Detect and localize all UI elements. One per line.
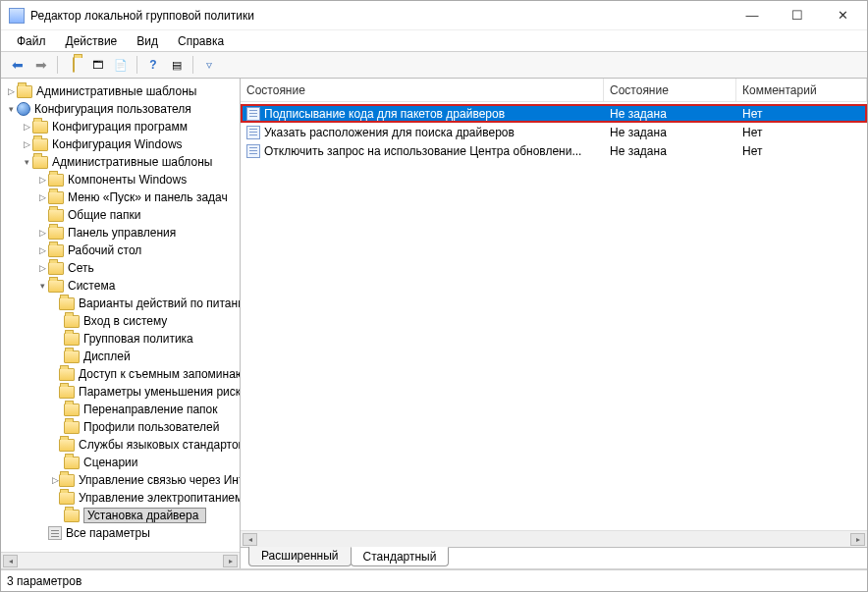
settings-icon <box>48 526 62 540</box>
tree-item-win-components[interactable]: ▷Компоненты Windows <box>34 171 240 188</box>
caret-icon[interactable]: ▷ <box>52 475 59 485</box>
tree-item-shared-folders[interactable]: ▷Общие папки <box>34 206 240 224</box>
window: Редактор локальной групповой политики — … <box>0 0 868 592</box>
menu-action[interactable]: Действие <box>56 32 128 50</box>
tree-item-windows-config[interactable]: ▷Конфигурация Windows <box>19 135 240 153</box>
tree-item-power-mgmt[interactable]: ▷Управление электропитанием <box>50 489 240 507</box>
menu-file[interactable]: Файл <box>7 32 56 50</box>
menu-help[interactable]: Справка <box>168 32 234 50</box>
caret-icon[interactable]: ▷ <box>36 245 48 255</box>
caret-icon[interactable]: ▷ <box>36 192 48 202</box>
globe-icon <box>17 102 30 116</box>
tree-item-logon[interactable]: ▷Вход в систему <box>50 312 240 330</box>
tree-item-admin-templates[interactable]: ▷Административные шаблоны <box>3 82 240 100</box>
up-button[interactable] <box>63 55 84 75</box>
caret-icon[interactable]: ▷ <box>36 228 48 238</box>
caret-icon[interactable]: ▾ <box>5 104 17 114</box>
tab-extended[interactable]: Расширенный <box>248 547 352 566</box>
tree-item-control-panel[interactable]: ▷Панель управления <box>34 224 240 242</box>
forward-button[interactable]: ➡ <box>30 55 52 75</box>
tree-item-all-settings[interactable]: ▷Все параметры <box>34 524 240 542</box>
row-name: Указать расположения для поиска драйверо… <box>264 126 515 139</box>
list-body: Подписывание кода для пакетов драйверов … <box>241 102 867 160</box>
scroll-left-button[interactable]: ◂ <box>243 533 257 546</box>
caret-icon[interactable]: ▷ <box>36 263 48 273</box>
caret-icon[interactable]: ▷ <box>5 86 17 96</box>
tree-item-removable[interactable]: ▷Доступ к съемным запоминающим устройств… <box>50 365 240 383</box>
toolbar-separator <box>192 56 193 74</box>
column-header-comment[interactable]: Комментарий <box>736 79 867 101</box>
help-button[interactable]: ? <box>142 55 164 75</box>
row-state: Не задана <box>604 107 736 121</box>
tree-horizontal-scrollbar[interactable]: ◂ ▸ <box>1 552 240 568</box>
arrow-right-icon: ➡ <box>35 57 47 73</box>
list-header: Состояние Состояние Комментарий <box>241 79 867 102</box>
list-row[interactable]: Отключить запрос на использование Центра… <box>241 141 867 160</box>
back-button[interactable]: ⬅ <box>7 55 28 75</box>
folder-icon <box>64 404 80 416</box>
tree-item-user-profiles[interactable]: ▷Профили пользователей <box>50 418 240 436</box>
caret-icon[interactable]: ▷ <box>21 139 32 149</box>
filter-button[interactable]: ▿ <box>198 55 220 75</box>
row-name: Отключить запрос на использование Центра… <box>264 144 581 158</box>
maximize-button[interactable]: ☐ <box>775 2 820 29</box>
tab-standard[interactable]: Стандартный <box>351 547 450 566</box>
properties-button[interactable]: 🗔 <box>86 55 108 75</box>
toolbar: ⬅ ➡ 🗔 📄 ? ▤ ▿ <box>1 52 867 79</box>
tree-item-driver-install[interactable]: ▷Установка драйвера <box>50 507 240 524</box>
tree-item-user-config[interactable]: ▾Конфигурация пользователя ▷Конфигурация… <box>3 100 240 542</box>
folder-icon <box>64 333 80 346</box>
folder-icon <box>32 138 48 151</box>
scroll-right-button[interactable]: ▸ <box>850 533 865 546</box>
tree-item-power-options[interactable]: ▷Варианты действий по питанию <box>50 295 240 312</box>
scroll-left-button[interactable]: ◂ <box>3 555 18 567</box>
window-title: Редактор локальной групповой политики <box>30 9 730 23</box>
tree-item-scripts[interactable]: ▷Сценарии <box>50 454 240 471</box>
caret-icon[interactable]: ▷ <box>36 175 48 185</box>
app-icon <box>9 8 25 24</box>
list-row[interactable]: Указать расположения для поиска драйверо… <box>241 123 867 141</box>
list-button[interactable]: ▤ <box>166 55 188 75</box>
menubar: Файл Действие Вид Справка <box>1 30 867 52</box>
close-button[interactable]: ✕ <box>820 2 865 29</box>
column-header-state[interactable]: Состояние <box>604 79 736 101</box>
scroll-right-button[interactable]: ▸ <box>223 555 238 567</box>
tree-item-folder-redirect[interactable]: ▷Перенаправление папок <box>50 401 240 418</box>
tree-item-locale[interactable]: ▷Службы языковых стандартов <box>50 436 240 454</box>
tree-item-software-config[interactable]: ▷Конфигурация программ <box>19 118 240 135</box>
folder-icon <box>64 315 80 328</box>
tree-item-network[interactable]: ▷Сеть <box>34 259 240 277</box>
folder-icon <box>48 209 64 222</box>
list-row[interactable]: Подписывание кода для пакетов драйверов … <box>241 104 867 123</box>
folder-icon <box>59 297 75 310</box>
tree-item-admin-templates[interactable]: ▾Административные шаблоны ▷Компоненты Wi… <box>19 153 240 542</box>
folder-icon <box>59 368 75 381</box>
properties-icon: 🗔 <box>92 59 103 71</box>
caret-icon[interactable]: ▾ <box>21 157 32 167</box>
policy-icon <box>246 144 260 158</box>
list-horizontal-scrollbar[interactable]: ◂ ▸ <box>241 530 867 547</box>
export-button[interactable]: 📄 <box>110 55 132 75</box>
menu-view[interactable]: Вид <box>127 32 168 50</box>
caret-icon[interactable]: ▷ <box>21 122 32 132</box>
arrow-left-icon: ⬅ <box>12 57 24 73</box>
tree-item-start-menu[interactable]: ▷Меню «Пуск» и панель задач <box>34 188 240 206</box>
right-panel: Состояние Состояние Комментарий Подписыв… <box>241 79 867 568</box>
tree-item-display[interactable]: ▷Дисплей <box>50 348 240 365</box>
minimize-button[interactable]: — <box>730 2 775 29</box>
toolbar-separator <box>57 56 58 74</box>
folder-icon <box>59 386 75 399</box>
folder-icon <box>59 474 75 487</box>
column-header-name[interactable]: Состояние <box>241 79 604 101</box>
folder-icon <box>48 280 64 293</box>
tree-item-desktop[interactable]: ▷Рабочий стол <box>34 242 240 259</box>
tree-item-group-policy[interactable]: ▷Групповая политика <box>50 330 240 348</box>
tree-item-mitigation[interactable]: ▷Параметры уменьшения рисков <box>50 383 240 401</box>
folder-icon <box>64 510 80 522</box>
tree-item-system[interactable]: ▾Система ▷Варианты действий по питанию ▷… <box>34 277 240 524</box>
tree-item-internet-comm[interactable]: ▷Управление связью через Интернет <box>50 471 240 489</box>
folder-icon <box>64 421 80 434</box>
caret-icon[interactable]: ▾ <box>36 281 48 291</box>
row-comment: Нет <box>736 126 867 139</box>
list-view: Состояние Состояние Комментарий Подписыв… <box>241 79 867 530</box>
